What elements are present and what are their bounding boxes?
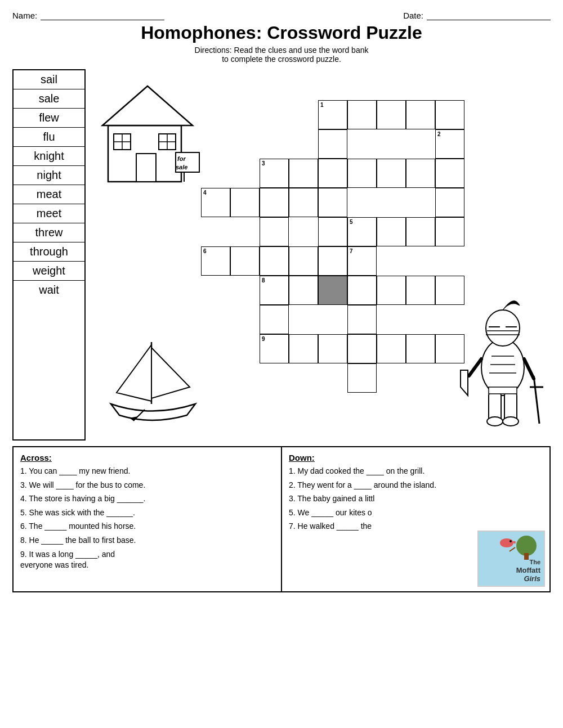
- word-bank-item: weight: [14, 262, 84, 281]
- date-input[interactable]: [427, 10, 551, 20]
- moffatt-line2: Moffatt: [516, 566, 540, 575]
- header: Name: Date:: [12, 10, 551, 20]
- word-bank-item: meat: [14, 185, 84, 204]
- grid-cell[interactable]: [318, 334, 347, 363]
- crossword-grid: 123456789: [201, 100, 494, 415]
- grid-cell[interactable]: 3: [260, 159, 289, 188]
- svg-point-14: [486, 310, 520, 346]
- name-label: Name:: [12, 11, 37, 20]
- clues-across: Across: 1. You can ____ my new friend. 3…: [14, 447, 282, 591]
- knight-illustration: [458, 289, 548, 435]
- grid-cell[interactable]: [347, 305, 377, 334]
- grid-cell[interactable]: [230, 188, 260, 217]
- word-bank-item: meet: [14, 204, 84, 223]
- word-bank-item: night: [14, 166, 84, 185]
- grid-cell[interactable]: [289, 246, 318, 276]
- svg-point-19: [487, 417, 503, 426]
- grid-cell[interactable]: [318, 217, 347, 246]
- grid-cell[interactable]: [318, 159, 347, 188]
- grid-cell[interactable]: [260, 217, 289, 246]
- grid-cell[interactable]: [377, 100, 406, 129]
- grid-cell[interactable]: [435, 100, 464, 129]
- grid-cell[interactable]: [406, 100, 435, 129]
- puzzle-container: for sale 123456789: [91, 69, 551, 441]
- grid-cell[interactable]: [435, 188, 464, 217]
- grid-cell[interactable]: [377, 334, 406, 363]
- svg-marker-1: [102, 86, 193, 125]
- moffatt-line3: Girls: [516, 574, 540, 583]
- moffatt-logo: The Moffatt Girls: [477, 531, 545, 587]
- grid-cell[interactable]: [318, 129, 347, 159]
- word-bank-item: threw: [14, 223, 84, 242]
- clues-down: Down: 1. My dad cooked the ____ on the g…: [282, 447, 549, 591]
- grid-cell[interactable]: [406, 159, 435, 188]
- name-input[interactable]: [41, 10, 164, 20]
- grid-cell[interactable]: [377, 159, 406, 188]
- clue-down-2: 2. They went for a ____ around the islan…: [289, 480, 543, 491]
- grid-cell[interactable]: [347, 100, 377, 129]
- word-bank-item: wait: [14, 281, 84, 299]
- grid-cell[interactable]: [318, 246, 347, 276]
- svg-point-20: [503, 417, 519, 426]
- svg-rect-2: [136, 154, 156, 182]
- grid-cell[interactable]: [347, 363, 377, 393]
- word-bank-item: sail: [14, 70, 84, 89]
- grid-cell[interactable]: 5: [347, 217, 377, 246]
- grid-cell[interactable]: [289, 188, 318, 217]
- grid-cell[interactable]: [260, 246, 289, 276]
- directions-text: Directions: Read the clues and use the w…: [12, 46, 551, 64]
- svg-point-37: [500, 538, 513, 547]
- grid-cell[interactable]: [289, 276, 318, 305]
- grid-cell[interactable]: [406, 217, 435, 246]
- grid-cell[interactable]: [230, 246, 260, 276]
- grid-cell[interactable]: [347, 276, 377, 305]
- svg-line-22: [524, 359, 534, 379]
- grid-cell[interactable]: 1: [318, 100, 347, 129]
- svg-rect-25: [489, 387, 517, 394]
- grid-cell[interactable]: [260, 305, 289, 334]
- grid-cell[interactable]: [406, 276, 435, 305]
- svg-text:for: for: [177, 155, 186, 162]
- grid-cell[interactable]: 7: [347, 246, 377, 276]
- word-bank-item: knight: [14, 147, 84, 166]
- clue-down-5: 5. We _____ our kites o: [289, 507, 543, 519]
- grid-cell[interactable]: 9: [260, 334, 289, 363]
- grid-cell[interactable]: [318, 188, 347, 217]
- clue-across-5: 5. She was sick with the ______.: [20, 507, 274, 519]
- grid-cell[interactable]: 2: [435, 129, 464, 159]
- grid-cell[interactable]: [260, 188, 289, 217]
- svg-line-23: [534, 376, 539, 424]
- grid-cell[interactable]: [377, 276, 406, 305]
- svg-point-35: [516, 536, 537, 556]
- grid-cell[interactable]: [435, 159, 464, 188]
- clue-down-1: 1. My dad cooked the ____ on the grill.: [289, 466, 543, 477]
- main-area: sailsaleflewfluknightnightmeatmeetthrewt…: [12, 69, 551, 441]
- grid-cell[interactable]: [347, 159, 377, 188]
- grid-cell[interactable]: [406, 334, 435, 363]
- page-title: Homophones: Crossword Puzzle: [12, 23, 551, 43]
- grid-cell[interactable]: [289, 159, 318, 188]
- svg-line-21: [469, 359, 481, 376]
- word-bank: sailsaleflewfluknightnightmeatmeetthrewt…: [12, 69, 86, 441]
- word-bank-item: flew: [14, 109, 84, 128]
- word-bank-item: flu: [14, 128, 84, 147]
- grid-cell[interactable]: [377, 217, 406, 246]
- grid-cell[interactable]: 6: [201, 246, 230, 276]
- name-field: Name:: [12, 10, 164, 20]
- word-bank-item: sale: [14, 89, 84, 109]
- across-title: Across:: [20, 453, 274, 462]
- clue-across-6: 6. The _____ mounted his horse.: [20, 521, 274, 532]
- clue-across-9: 9. It was a long _____, andeveryone was …: [20, 549, 274, 571]
- grid-cell[interactable]: [347, 334, 377, 363]
- date-field: Date:: [403, 10, 551, 20]
- grid-cell[interactable]: [435, 217, 464, 246]
- clue-across-3: 3. We will ____ for the bus to come.: [20, 480, 274, 491]
- grid-cell[interactable]: 8: [260, 276, 289, 305]
- grid-cell[interactable]: [289, 334, 318, 363]
- grid-cell[interactable]: [318, 276, 347, 305]
- clue-across-4: 4. The store is having a big ______.: [20, 493, 274, 505]
- clue-across-1: 1. You can ____ my new friend.: [20, 466, 274, 477]
- sailboat-illustration: [102, 331, 201, 435]
- clue-down-3: 3. The baby gained a littl: [289, 493, 543, 505]
- grid-cell[interactable]: 4: [201, 188, 230, 217]
